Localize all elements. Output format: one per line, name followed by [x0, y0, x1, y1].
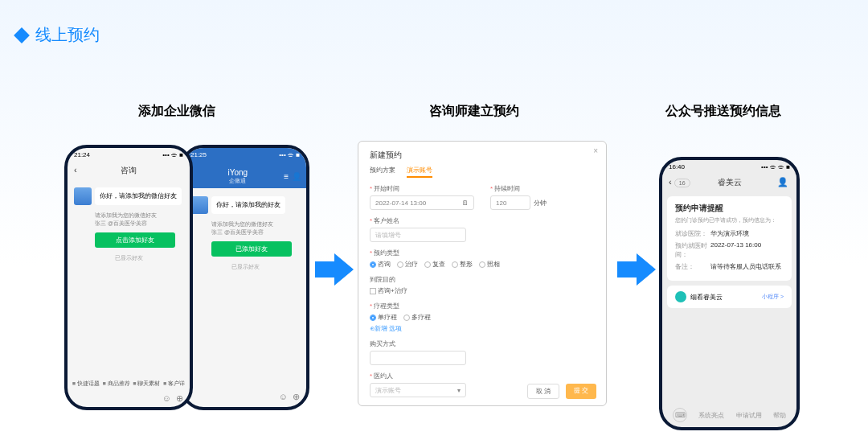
customer-input[interactable]: 请填增号: [370, 228, 466, 242]
plus-icon[interactable]: ⊕: [176, 393, 183, 404]
history-hint: 已显示好友: [190, 263, 300, 271]
chat-body: 你好，请添加我的好友 请添加我为您的微信好友 张三 @百美医学美容 已添加好友 …: [184, 188, 306, 279]
chat-title: 睿美云: [718, 178, 742, 187]
user-icon[interactable]: 👤: [292, 172, 301, 181]
status-time: 16:40: [669, 163, 685, 171]
chevron-down-icon: ▾: [457, 387, 461, 394]
purpose-label: 到院目的: [370, 275, 595, 284]
status-time: 21:24: [74, 151, 90, 158]
close-icon[interactable]: ×: [593, 146, 598, 155]
chat-title: 咨询: [121, 166, 137, 175]
svg-marker-1: [617, 253, 656, 286]
pay-label: 购买方式: [370, 339, 595, 348]
start-time-input[interactable]: 2022-07-14 13:00 🗓: [370, 195, 474, 210]
tab-customer[interactable]: 客户详: [163, 380, 185, 388]
duration-unit: 分钟: [534, 199, 547, 208]
pay-input[interactable]: [370, 351, 466, 365]
purpose-option[interactable]: 咨询+治疗: [370, 286, 407, 295]
phone-mockup-wechat-chat: 21:24 ••• ⌯ ■ ‹ 咨询 你好，请添加我的微信好友 请添加我为您的微…: [64, 145, 193, 410]
chat-message: 你好，请添加我的好友: [190, 196, 300, 214]
section-title: 线上预约: [35, 24, 100, 46]
status-signal: ••• ⌯ ■: [279, 151, 300, 158]
menu-highlights[interactable]: 系统亮点: [698, 411, 724, 420]
input-icons: ☺ ⊕: [279, 392, 300, 402]
tab-materials[interactable]: 聊天素材: [133, 380, 160, 388]
card-title: 预约申请提醒: [675, 203, 784, 214]
step3-title: 公众号推送预约信息: [651, 103, 796, 120]
modal-tabs: 预约方案 演示账号: [370, 166, 595, 178]
official-account-menu: ⌨ 系统亮点 申请试用 帮助: [662, 408, 796, 422]
menu-icon[interactable]: ≡: [284, 172, 289, 181]
type-treatment[interactable]: 治疗: [397, 260, 418, 269]
type-consult[interactable]: 咨询: [370, 260, 391, 269]
history-hint: 已显示好友: [74, 254, 183, 262]
phone-mockup-official-account: 16:40 ••• ⌯ ⌯ ■ ‹ 16 睿美云 👤 预约申请提醒 您的门诊预约…: [659, 157, 800, 430]
svg-marker-0: [315, 253, 354, 286]
section-title-row: 线上预约: [16, 24, 100, 46]
chat-message: 你好，请添加我的微信好友: [74, 187, 183, 205]
plus-icon[interactable]: ⊕: [293, 392, 300, 402]
avatar-icon: [74, 187, 92, 205]
cancel-button[interactable]: 取 消: [527, 384, 559, 399]
tab-products[interactable]: 商品推荐: [103, 380, 130, 388]
miniprogram-tag: 小程序 >: [762, 293, 784, 301]
menu-help[interactable]: 帮助: [773, 411, 786, 420]
app-header: ‹ iYong 企微通 ≡ 👤: [184, 162, 306, 188]
chat-bubble: 你好，请添加我的微信好友: [95, 187, 182, 205]
chat-body: 你好，请添加我的微信好友 请添加我为您的微信好友 张三 @百美医学美容 点击添加…: [68, 179, 190, 270]
status-time: 21:25: [190, 151, 207, 158]
added-friend-button[interactable]: 已添加好友: [211, 241, 292, 257]
tab-plan[interactable]: 预约方案: [370, 166, 395, 178]
phone-status-bar: 16:40 ••• ⌯ ⌯ ■: [662, 160, 796, 174]
type-recheck[interactable]: 复查: [424, 260, 445, 269]
emoji-icon[interactable]: ☺: [162, 393, 171, 404]
contact-note: 请添加我为您的微信好友 张三 @百美医学美容: [211, 220, 300, 236]
miniprogram-logo-icon: [675, 291, 686, 302]
duration-input[interactable]: 120: [490, 195, 530, 210]
app-subtitle: 企微通: [191, 177, 284, 185]
app-name: iYong: [191, 168, 284, 177]
add-friend-button[interactable]: 点击添加好友: [95, 232, 175, 248]
type-label: 预约类型: [370, 249, 595, 257]
chat-header: ‹ 16 睿美云 👤: [662, 174, 796, 191]
keyboard-icon[interactable]: ⌨: [673, 408, 687, 422]
chat-header: ‹ 咨询: [68, 162, 190, 179]
avatar-icon: [190, 196, 208, 214]
duration-label: 持续时间: [490, 184, 595, 193]
create-appointment-modal: × 新建预约 预约方案 演示账号 开始时间 2022-07-14 13:00 🗓…: [358, 141, 607, 406]
miniprogram-link[interactable]: 细看睿美云 小程序 >: [667, 286, 792, 308]
input-icons: ☺ ⊕: [162, 393, 183, 404]
step1-title: 添加企业微信: [104, 103, 249, 120]
submit-button[interactable]: 提 交: [566, 384, 596, 399]
back-icon[interactable]: ‹ 16: [669, 177, 690, 187]
flow-arrow-icon: [315, 253, 354, 286]
user-icon[interactable]: 👤: [777, 177, 788, 187]
step-label: 疗程类型: [370, 302, 595, 310]
modal-title: 新建预约: [370, 150, 595, 161]
doctor-select[interactable]: 演示账号 ▾: [370, 383, 466, 397]
emoji-icon[interactable]: ☺: [279, 392, 288, 402]
phone-status-bar: 21:24 ••• ⌯ ■: [68, 148, 190, 162]
back-icon[interactable]: ‹: [74, 165, 77, 175]
step-multi[interactable]: 多疗程: [403, 313, 431, 322]
menu-trial[interactable]: 申请试用: [736, 411, 762, 420]
step2-title: 咨询师建立预约: [402, 103, 547, 120]
step-single[interactable]: 单疗程: [370, 313, 397, 322]
customer-label: 客户姓名: [370, 216, 595, 225]
calendar-icon: 🗓: [462, 199, 469, 207]
add-option-link[interactable]: ⊕新增 选项: [370, 324, 595, 333]
flow-arrow-icon: [617, 253, 656, 286]
status-signal: ••• ⌯ ■: [162, 151, 183, 158]
tab-demo[interactable]: 演示账号: [407, 166, 432, 178]
status-signal: ••• ⌯ ⌯ ■: [761, 163, 790, 171]
type-photo[interactable]: 照相: [479, 260, 500, 269]
miniprogram-name: 细看睿美云: [690, 293, 723, 302]
diamond-bullet-icon: [14, 27, 30, 43]
tab-quicktopic[interactable]: 快捷话题: [72, 380, 100, 388]
notification-card[interactable]: 预约申请提醒 您的门诊预约已申请成功，预约信息为： 就诊医院：华为演示环境 预约…: [667, 196, 792, 281]
contact-note: 请添加我为您的微信好友 张三 @百美医学美容: [95, 212, 183, 228]
phone-mockup-enterprise-wechat: 21:25 ••• ⌯ ■ ‹ iYong 企微通 ≡ 👤 你好，请添加我的好友…: [181, 145, 309, 410]
chat-bubble: 你好，请添加我的好友: [211, 196, 285, 214]
type-surgery[interactable]: 整形: [452, 260, 473, 269]
type-radio-group: 咨询 治疗 复查 整形 照相: [370, 260, 595, 269]
